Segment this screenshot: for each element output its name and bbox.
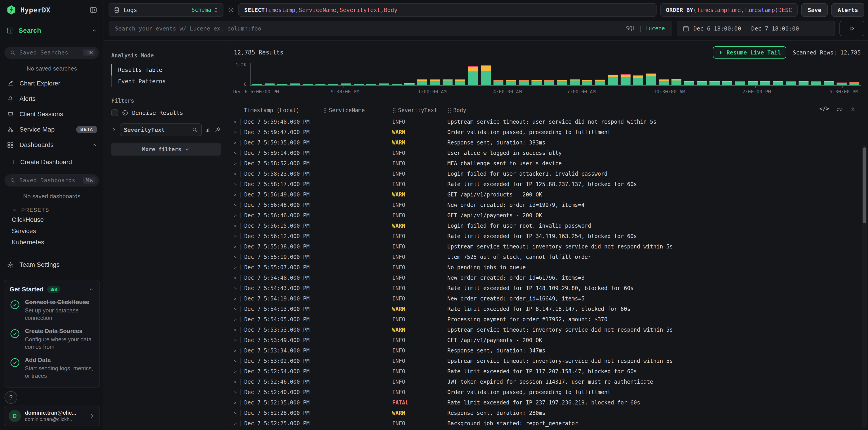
table-row[interactable]: >Dec 7 5:52:46.000 PMINFOJWT token expir… (234, 377, 868, 387)
histogram-bar[interactable] (797, 63, 810, 85)
row-expand-icon[interactable]: > (234, 410, 240, 416)
histogram-bar[interactable] (352, 63, 365, 85)
histogram-bar[interactable] (683, 63, 695, 85)
histogram-bar[interactable] (263, 63, 276, 85)
sidebar-item-client-sessions[interactable]: Client Sessions (0, 106, 103, 122)
table-row[interactable]: >Dec 7 5:53:49.000 PMINFOGET /api/v1/pay… (234, 335, 868, 345)
histogram-bar[interactable] (302, 63, 314, 85)
histogram-bar[interactable] (530, 63, 543, 85)
row-expand-icon[interactable]: > (234, 306, 240, 312)
column-body[interactable]: Body (447, 107, 850, 113)
histogram-bar[interactable] (746, 63, 759, 85)
sidebar-item-search[interactable]: Search (0, 20, 103, 41)
histogram-bar[interactable] (759, 63, 772, 85)
histogram-bar[interactable] (594, 63, 606, 85)
column-timestamp[interactable]: Timestamp (Local) (244, 107, 323, 113)
row-expand-icon[interactable]: > (234, 400, 240, 405)
row-expand-icon[interactable]: > (234, 223, 240, 229)
histogram-bar[interactable] (416, 63, 429, 85)
row-expand-icon[interactable]: > (234, 265, 240, 270)
table-row[interactable]: >Dec 7 5:56:46.000 PMINFOGET /api/v1/pay… (234, 210, 868, 221)
wrap-lines-icon[interactable] (836, 105, 843, 112)
row-expand-icon[interactable]: > (234, 348, 240, 353)
histogram-bar[interactable] (721, 63, 734, 85)
user-menu[interactable]: D dominic.tran@clic... dominic.tran@clic… (4, 405, 100, 426)
mode-results-table[interactable]: Results Table (111, 64, 221, 75)
table-row[interactable]: >Dec 7 5:56:15.000 PMWARNLogin failed fo… (234, 221, 868, 231)
lucene-toggle[interactable]: Lucene (645, 25, 665, 32)
saved-searches-input[interactable]: Saved Searches ⌘K (4, 46, 99, 59)
histogram-bar[interactable] (314, 63, 327, 85)
orderby-input[interactable]: ORDER BY (TimestampTime, Timestamp) DESC (660, 3, 798, 17)
sidebar-item-chart-explorer[interactable]: Chart Explorer (0, 76, 103, 91)
row-expand-icon[interactable]: > (234, 130, 240, 135)
histogram-bar[interactable] (607, 63, 619, 85)
histogram-bar[interactable] (784, 63, 797, 85)
table-row[interactable]: >Dec 7 5:54:05.000 PMINFOProcessing paym… (234, 314, 868, 325)
get-started-step-sources[interactable]: Create Data Sources Configure where your… (9, 326, 94, 351)
severity-filter-field[interactable]: SeverityText (120, 124, 202, 136)
row-expand-icon[interactable]: > (234, 161, 240, 166)
table-row[interactable]: >Dec 7 5:59:47.000 PMWARNOrder validatio… (234, 127, 868, 137)
run-query-button[interactable] (839, 21, 864, 36)
source-select[interactable]: Logs Schema (108, 3, 223, 17)
table-row[interactable]: >Dec 7 5:58:23.000 PMINFOLogin failed fo… (234, 169, 868, 179)
histogram-bar[interactable] (556, 63, 568, 85)
histogram-bar[interactable] (581, 63, 594, 85)
sidebar-item-service-map[interactable]: Service Map BETA (0, 122, 103, 137)
row-expand-icon[interactable]: > (234, 213, 240, 218)
table-row[interactable]: >Dec 7 5:53:34.000 PMINFOResponse sent, … (234, 345, 868, 356)
row-expand-icon[interactable]: > (234, 171, 240, 176)
row-expand-icon[interactable]: > (234, 379, 240, 385)
download-icon[interactable] (849, 105, 856, 112)
histogram-bar[interactable] (492, 63, 505, 85)
histogram-bar[interactable] (823, 63, 835, 85)
table-row[interactable]: >Dec 7 5:55:07.000 PMINFONo pending jobs… (234, 262, 868, 273)
histogram-bar[interactable] (378, 63, 390, 85)
table-row[interactable]: >Dec 7 5:53:53.000 PMWARNUpstream servic… (234, 325, 868, 335)
table-row[interactable]: >Dec 7 5:58:52.000 PMINFOMFA challenge s… (234, 158, 868, 169)
row-expand-icon[interactable]: > (234, 327, 240, 333)
column-severitytext[interactable]: SeverityText (392, 107, 447, 113)
resume-live-tail-button[interactable]: Resume Live Tail (713, 46, 786, 59)
histogram-bar[interactable] (454, 63, 467, 85)
histogram-bar[interactable] (670, 63, 683, 85)
alerts-button[interactable]: Alerts (831, 3, 864, 17)
histogram-bar[interactable] (251, 63, 263, 85)
row-expand-icon[interactable]: > (234, 275, 240, 280)
bar-chart-icon[interactable] (205, 127, 211, 133)
histogram-bar[interactable] (708, 63, 721, 85)
row-expand-icon[interactable]: > (234, 390, 240, 395)
table-row[interactable]: >Dec 7 5:52:35.000 PMFATALRate limit exc… (234, 397, 868, 408)
view-code-icon[interactable]: </> (819, 106, 829, 112)
table-row[interactable]: >Dec 7 5:53:02.000 PMINFOUpstream servic… (234, 356, 868, 366)
histogram-bar[interactable] (289, 63, 302, 85)
row-expand-icon[interactable]: > (234, 358, 240, 364)
preset-kubernetes[interactable]: Kubernetes (0, 237, 103, 248)
events-histogram[interactable]: 1.2K 0 Dec 6 6:00:00 PM9:30:00 PM1:00:00… (234, 63, 862, 95)
histogram-bar[interactable] (695, 63, 708, 85)
scrollbar-track[interactable] (862, 145, 867, 428)
row-expand-icon[interactable]: > (234, 192, 240, 197)
table-row[interactable]: >Dec 7 5:52:28.000 PMWARNResponse sent, … (234, 408, 868, 418)
help-button[interactable]: ? (4, 391, 17, 404)
row-expand-icon[interactable]: > (234, 254, 240, 260)
histogram-bar[interactable] (339, 63, 352, 85)
histogram-bar[interactable] (441, 63, 454, 85)
table-row[interactable]: >Dec 7 5:54:48.000 PMINFONew order creat… (234, 273, 868, 283)
row-expand-icon[interactable]: > (234, 286, 240, 291)
histogram-bar[interactable] (276, 63, 288, 85)
row-expand-icon[interactable]: > (234, 421, 240, 426)
drag-handle-icon[interactable] (447, 107, 452, 113)
preset-clickhouse[interactable]: ClickHouse (0, 214, 103, 225)
histogram-bar[interactable] (365, 63, 378, 85)
table-row[interactable]: >Dec 7 5:59:35.000 PMWARNResponse sent, … (234, 137, 868, 148)
sql-toggle[interactable]: SQL (626, 25, 636, 32)
table-row[interactable]: >Dec 7 5:52:25.000 PMINFOBackground job … (234, 418, 868, 429)
scrollbar-thumb[interactable] (863, 147, 866, 223)
denoise-checkbox[interactable] (111, 109, 118, 116)
table-row[interactable]: >Dec 7 5:54:19.000 PMINFONew order creat… (234, 293, 868, 304)
chevron-up-icon[interactable] (91, 142, 97, 148)
table-row[interactable]: >Dec 7 5:56:48.000 PMINFONew order creat… (234, 200, 868, 210)
table-row[interactable]: >Dec 7 5:55:19.000 PMINFOItem 7525 out o… (234, 252, 868, 262)
